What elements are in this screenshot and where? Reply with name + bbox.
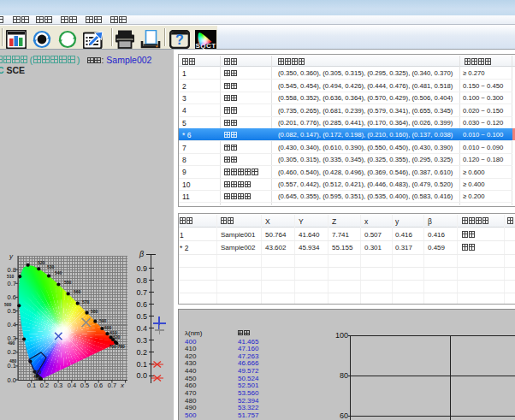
svg-text:?: ?: [175, 33, 184, 47]
